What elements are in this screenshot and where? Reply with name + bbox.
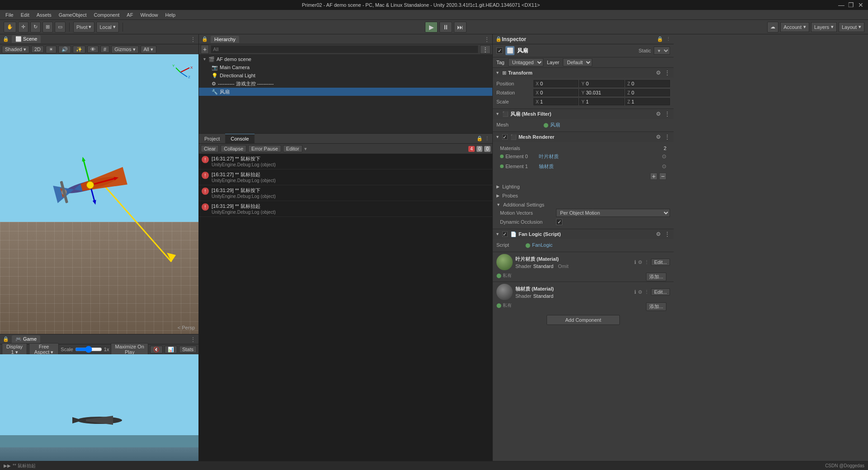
scale-slider[interactable] (75, 346, 102, 353)
probes-group[interactable]: ▶ Probes (496, 192, 670, 200)
pause-button[interactable]: ⏸ (439, 22, 452, 33)
pos-z-field[interactable]: Z 0 (625, 80, 670, 87)
transform-header[interactable]: ▼ ⊞ Transform ⚙ ⋮ (493, 68, 674, 78)
material-link-icon-0[interactable]: ⊙ (662, 153, 666, 160)
tab-console[interactable]: Console (225, 134, 254, 143)
pos-y-field[interactable]: Y 0 (579, 80, 624, 87)
material-1-settings-icon[interactable]: ⚙ (638, 259, 642, 265)
hierarchy-main-camera[interactable]: 📷 Main Camera (199, 63, 492, 71)
fan-logic-checkbox[interactable]: ✓ (502, 231, 508, 237)
editor-button[interactable]: Editor (283, 145, 302, 152)
minimize-button[interactable]: — (838, 2, 844, 8)
maximize-on-play[interactable]: Maximize On Play (111, 343, 148, 356)
tool-move[interactable]: ✛ (18, 22, 28, 33)
tool-rect[interactable]: ▭ (55, 22, 66, 33)
error-pause-button[interactable]: Error Pause (248, 145, 281, 152)
rot-y-field[interactable]: Y 30.031 (579, 89, 624, 96)
console-entry-0[interactable]: ! [16:31:27] ** 鼠标按下 UnityEngine.Debug:L… (199, 154, 492, 169)
close-button[interactable]: ✕ (858, 2, 864, 8)
fan-logic-more-icon[interactable]: ⋮ (664, 230, 671, 238)
game-tab[interactable]: 🎮 Game (12, 335, 40, 343)
add-button-1[interactable]: 添加... (646, 273, 666, 281)
2d-button[interactable]: 2D (31, 46, 44, 53)
console-entry-3[interactable]: ! [16:31:29] ** 鼠标抬起 UnityEngine.Debug:L… (199, 201, 492, 217)
mesh-value[interactable]: 风扇 (550, 122, 670, 128)
edit-button-2[interactable]: Edit... (651, 288, 670, 296)
game-panel-options[interactable]: ⋮ (190, 336, 196, 343)
material-2-more-icon[interactable]: ⋮ (644, 289, 649, 295)
all-button[interactable]: All ▾ (141, 46, 156, 53)
mesh-renderer-settings-icon[interactable]: ⚙ (655, 133, 662, 141)
fan-logic-settings-icon[interactable]: ⚙ (655, 230, 662, 238)
tool-rotate[interactable]: ↻ (30, 22, 41, 33)
inspector-lock2-icon[interactable]: 🔒 (657, 36, 663, 42)
lighting-group[interactable]: ▶ Lighting (496, 183, 670, 191)
hierarchy-lock-icon[interactable]: 🔒 (202, 36, 208, 42)
console-lock-icon[interactable]: 🔒 (476, 136, 483, 141)
dynamic-occlusion-checkbox[interactable]: ✓ (556, 219, 562, 225)
mesh-renderer-more-icon[interactable]: ⋮ (664, 133, 671, 141)
scene-panel-options[interactable]: ⋮ (190, 36, 196, 42)
menu-assets[interactable]: Assets (33, 11, 55, 19)
hierarchy-search[interactable] (211, 45, 478, 53)
add-hierarchy-button[interactable]: + (201, 45, 209, 54)
menu-component[interactable]: Component (90, 11, 123, 19)
menu-gameobject[interactable]: GameObject (55, 11, 90, 19)
stats-icon[interactable]: 📊 (165, 346, 177, 353)
menu-file[interactable]: File (2, 11, 17, 19)
rot-x-field[interactable]: X 0 (533, 89, 578, 96)
mesh-filter-settings-icon[interactable]: ⚙ (655, 110, 662, 118)
clear-button[interactable]: Clear (201, 145, 219, 152)
cloud-icon[interactable]: ☁ (767, 22, 778, 33)
scene-tab[interactable]: ⬜ Scene (12, 35, 41, 43)
hierarchy-dir-light[interactable]: 💡 Directional Light (199, 71, 492, 80)
layers-dropdown[interactable]: Layers ▾ (811, 22, 837, 32)
pos-x-field[interactable]: X 0 (533, 80, 578, 87)
additional-settings-header[interactable]: ▼ Additional Settings (496, 201, 670, 209)
material-link-icon-1[interactable]: ⊙ (662, 163, 666, 169)
add-component-button[interactable]: Add Component (547, 315, 620, 325)
menu-edit[interactable]: Edit (17, 11, 33, 19)
stats-button[interactable]: Stats (179, 346, 197, 353)
audio-icon[interactable]: 🔊 (58, 46, 71, 53)
add-button-2[interactable]: 添加... (646, 302, 666, 311)
hierarchy-panel-options[interactable]: ⋮ (484, 36, 490, 42)
grid-icon[interactable]: # (100, 46, 109, 53)
hierarchy-scene-root[interactable]: ▼ 🎬 AF demo scene (199, 55, 492, 63)
scale-y-field[interactable]: Y 1 (579, 98, 624, 105)
collapse-button[interactable]: Collapse (221, 145, 246, 152)
titlebar-controls[interactable]: — ❐ ✕ (838, 2, 864, 8)
tab-project[interactable]: Project (199, 134, 225, 143)
menu-af[interactable]: AF (123, 11, 137, 19)
material-1-more-icon[interactable]: ⋮ (644, 259, 649, 265)
script-name[interactable]: FanLogic (532, 242, 552, 248)
hierarchy-fan[interactable]: 🔧 风扇 (199, 88, 492, 96)
obj-active-checkbox[interactable]: ✓ (496, 47, 503, 54)
shading-dropdown[interactable]: Shaded ▾ (2, 46, 29, 53)
account-dropdown[interactable]: Account ▾ (780, 22, 809, 32)
scale-x-field[interactable]: X 1 (533, 98, 578, 105)
inspector-options-icon[interactable]: ⋮ (666, 36, 671, 42)
rot-z-field[interactable]: Z 0 (625, 89, 670, 96)
tag-dropdown[interactable]: Untagged (508, 58, 543, 66)
scene-viewport[interactable]: X Y Z < Persp (0, 54, 198, 334)
console-options-icon[interactable]: ⋮ (485, 136, 490, 141)
pivot-button[interactable]: Pivot ▾ (73, 22, 94, 33)
gizmos-button[interactable]: Gizmos ▾ (111, 46, 138, 53)
maximize-button[interactable]: ❐ (848, 2, 854, 8)
lighting-icon[interactable]: ☀ (46, 46, 57, 53)
material-1-info-icon[interactable]: ℹ (634, 259, 636, 265)
material-name-1[interactable]: 轴材质 (539, 163, 660, 170)
transform-settings-icon[interactable]: ⚙ (655, 69, 662, 76)
material-2-settings-icon[interactable]: ⚙ (638, 289, 642, 295)
play-button[interactable]: ▶ (425, 22, 438, 33)
inspector-lock-icon[interactable]: 🔒 (495, 36, 502, 42)
transform-more-icon[interactable]: ⋮ (664, 69, 671, 76)
scene-view-icon[interactable]: 👁 (87, 46, 99, 53)
game-lock-icon[interactable]: 🔒 (3, 336, 9, 342)
local-button[interactable]: Local ▾ (96, 22, 118, 33)
edit-button-1[interactable]: Edit... (651, 258, 670, 266)
layout-dropdown[interactable]: Layout ▾ (839, 22, 864, 32)
editor-dropdown[interactable]: ▾ (304, 146, 307, 152)
mesh-filter-more-icon[interactable]: ⋮ (664, 110, 671, 118)
